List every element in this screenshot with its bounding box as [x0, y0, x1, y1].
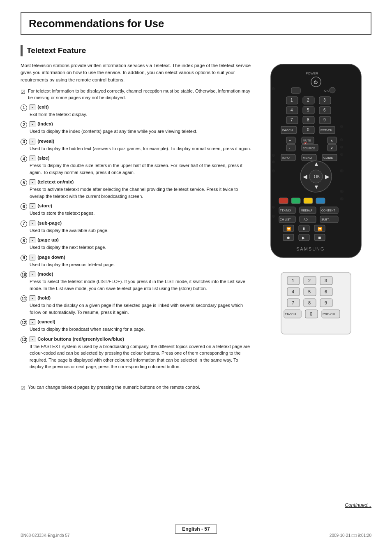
numpad-svg: 1 2 3 4 5 6 7 8 — [279, 270, 353, 336]
feature-icon-1: ▪ — [30, 104, 35, 110]
feature-item-10: 10▪ (mode)Press to select the teletext m… — [21, 272, 253, 292]
feature-content-7: ▪ (sub-page)Used to display the availabl… — [30, 221, 253, 234]
feature-content-6: ▪ (store)Used to store the teletext page… — [30, 203, 253, 217]
svg-text:⏪: ⏪ — [286, 226, 291, 231]
feature-content-2: ▪ (index)Used to display the index (cont… — [30, 121, 253, 135]
svg-text:7: 7 — [292, 300, 294, 305]
feature-icon-10: ▪ — [30, 272, 35, 277]
svg-text:8: 8 — [307, 118, 309, 122]
feature-title-2: ▪ (index) — [30, 121, 253, 127]
feature-icon-5: ▪ — [30, 179, 35, 185]
svg-text:5: 5 — [308, 289, 311, 294]
meta-left: BN68-02333K-Eng.indb 57 — [21, 533, 70, 538]
svg-rect-70 — [300, 216, 316, 223]
feature-content-1: ▪ (exit)Exit from the teletext display. — [30, 104, 253, 118]
feature-content-8: ▪ (page up)Used to display the next tele… — [30, 237, 253, 251]
svg-text:1: 1 — [291, 98, 293, 102]
svg-text:MEDIA.P: MEDIA.P — [301, 209, 313, 212]
section-bar — [21, 45, 23, 56]
svg-text:5: 5 — [307, 108, 309, 112]
svg-text:❾: ❾ — [340, 145, 343, 149]
svg-text:⓫: ⓫ — [340, 169, 344, 173]
feature-title-9: ▪ (page down) — [30, 255, 253, 260]
feature-desc-2: Used to display the index (contents) pag… — [30, 128, 253, 135]
svg-text:❼: ❼ — [340, 125, 343, 129]
svg-text:0: 0 — [307, 128, 309, 132]
feature-desc-7: Used to display the available sub-page. — [30, 227, 253, 234]
feature-number-6: 6 — [21, 203, 27, 210]
svg-text:3: 3 — [325, 278, 327, 283]
svg-text:❷: ❷ — [272, 153, 275, 158]
feature-title-4: ▪ (size) — [30, 156, 253, 161]
feature-item-8: 8▪ (page up)Used to display the next tel… — [21, 237, 253, 251]
feature-item-9: 9▪ (page down)Used to display the previo… — [21, 255, 253, 268]
feature-desc-11: Used to hold the display on a given page… — [30, 302, 253, 316]
feature-icon-7: ▪ — [30, 221, 35, 226]
feature-content-13: ▪ Colour buttons (red/green/yellow/blue)… — [30, 337, 253, 370]
feature-desc-13: If the FASTEXT system is used by a broad… — [30, 343, 253, 370]
svg-rect-61 — [316, 198, 325, 204]
feature-title-1: ▪ (exit) — [30, 104, 253, 110]
svg-text:CH LIST: CH LIST — [280, 218, 291, 221]
svg-text:AD: AD — [304, 218, 308, 221]
feature-desc-1: Exit from the teletext display. — [30, 111, 253, 118]
feature-number-7: 7 — [21, 221, 27, 227]
feature-title-7: ▪ (sub-page) — [30, 221, 253, 226]
section-title: Teletext Feature — [27, 46, 86, 55]
svg-text:MENU: MENU — [303, 156, 312, 160]
footer: English - 57 — [0, 525, 392, 534]
right-column: POWER ⏻ TV ON/OFF 1 2 3 4 — [261, 62, 371, 374]
svg-text:⏩: ⏩ — [318, 226, 323, 231]
svg-text:◀: ◀ — [303, 173, 307, 180]
svg-text:∧: ∧ — [330, 139, 333, 143]
feature-icon-3: ▪ — [30, 139, 35, 144]
footer-badge: English - 57 — [175, 525, 217, 534]
feature-title-5: ▪ (teletext on/mix) — [30, 179, 253, 185]
feature-content-9: ▪ (page down)Used to display the previou… — [30, 255, 253, 268]
feature-desc-4: Press to display the double-size letters… — [30, 162, 253, 176]
feature-icon-2: ▪ — [30, 121, 35, 127]
svg-text:2: 2 — [307, 98, 309, 102]
svg-text:9: 9 — [325, 300, 327, 305]
feature-title-11: ▪ (hold) — [30, 295, 253, 301]
svg-rect-5 — [291, 88, 300, 93]
svg-text:▶: ▶ — [302, 236, 305, 240]
numpad-image: 1 2 3 4 5 6 7 8 — [261, 270, 371, 336]
note-2-text: You can change teletext pages by pressin… — [28, 384, 200, 391]
svg-text:❺: ❺ — [272, 205, 275, 209]
svg-text:❶: ❶ — [272, 87, 275, 91]
svg-text:❻: ❻ — [272, 214, 275, 218]
feature-item-2: 2▪ (index)Used to display the index (con… — [21, 121, 253, 135]
note-1: ☑ For teletext information to be display… — [21, 88, 253, 101]
feature-content-12: ▪ (cancel)Used to display the broadcast … — [30, 319, 253, 333]
feature-item-3: 3▪ (reveal)Used to display the hidden te… — [21, 139, 253, 152]
feature-number-2: 2 — [21, 121, 27, 128]
svg-text:CONTENT: CONTENT — [321, 209, 336, 212]
svg-text:⓬: ⓬ — [340, 190, 344, 194]
feature-number-13: 13 — [21, 337, 27, 343]
feature-number-1: 1 — [21, 104, 27, 111]
svg-text:❿: ❿ — [340, 153, 343, 157]
svg-text:FAV.CH: FAV.CH — [282, 128, 293, 132]
feature-desc-3: Used to display the hidden text (answers… — [30, 145, 253, 152]
svg-text:1: 1 — [292, 278, 294, 283]
svg-text:4: 4 — [292, 289, 294, 294]
feature-number-5: 5 — [21, 179, 27, 186]
title-box: Recommendations for Use — [21, 12, 371, 35]
page-meta: BN68-02333K-Eng.indb 57 2009-10-21 □□ 9:… — [21, 533, 371, 538]
svg-text:SAMSUNG: SAMSUNG — [296, 246, 325, 251]
feature-title-12: ▪ (cancel) — [30, 319, 253, 325]
feature-icon-11: ▪ — [30, 295, 35, 301]
svg-rect-60 — [304, 198, 313, 204]
meta-right: 2009-10-21 □□ 9:01:20 — [330, 533, 371, 538]
feature-content-11: ▪ (hold)Used to hold the display on a gi… — [30, 295, 253, 316]
feature-desc-10: Press to select the teletext mode (LIST/… — [30, 278, 253, 292]
feature-item-7: 7▪ (sub-page)Used to display the availab… — [21, 221, 253, 234]
svg-text:+: + — [289, 139, 291, 143]
note-icon-2: ☑ — [21, 384, 25, 392]
bottom-area: ☑ You can change teletext pages by press… — [21, 384, 371, 392]
feature-item-4: 4▪ (size)Press to display the double-siz… — [21, 156, 253, 176]
feature-number-11: 11 — [21, 295, 27, 302]
feature-content-10: ▪ (mode)Press to select the teletext mod… — [30, 272, 253, 292]
feature-number-9: 9 — [21, 255, 27, 261]
